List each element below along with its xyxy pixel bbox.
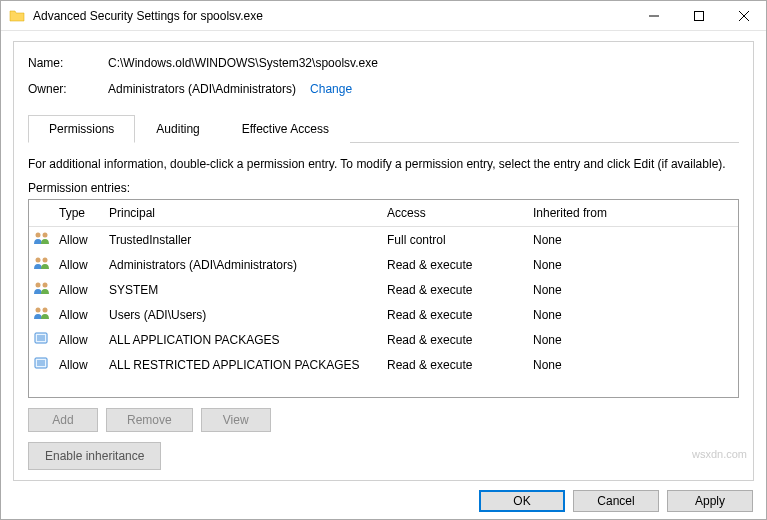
users-icon — [29, 303, 55, 326]
svg-point-9 — [43, 283, 48, 288]
users-icon — [29, 278, 55, 301]
cell-principal: ALL APPLICATION PACKAGES — [105, 331, 383, 349]
cell-type: Allow — [55, 356, 105, 374]
apply-button[interactable]: Apply — [667, 490, 753, 512]
svg-point-10 — [36, 308, 41, 313]
header-icon — [29, 204, 55, 222]
enable-inheritance-button[interactable]: Enable inheritance — [28, 442, 161, 470]
table-row[interactable]: AllowALL RESTRICTED APPLICATION PACKAGES… — [29, 352, 738, 377]
svg-point-11 — [43, 308, 48, 313]
entry-buttons: Add Remove View — [28, 408, 739, 432]
name-row: Name: C:\Windows.old\WINDOWS\System32\sp… — [28, 56, 739, 70]
watermark: wsxdn.com — [692, 448, 747, 460]
tab-permissions[interactable]: Permissions — [28, 115, 135, 143]
header-type[interactable]: Type — [55, 204, 105, 222]
header-access[interactable]: Access — [383, 204, 529, 222]
minimize-button[interactable] — [631, 1, 676, 30]
view-button[interactable]: View — [201, 408, 271, 432]
change-owner-link[interactable]: Change — [310, 82, 352, 96]
cell-access: Full control — [383, 231, 529, 249]
folder-icon — [9, 8, 25, 24]
users-icon — [29, 253, 55, 276]
svg-point-7 — [43, 258, 48, 263]
cell-inherited: None — [529, 356, 738, 374]
cell-access: Read & execute — [383, 306, 529, 324]
cell-inherited: None — [529, 281, 738, 299]
window-controls — [631, 1, 766, 30]
instruction-text: For additional information, double-click… — [28, 157, 739, 171]
name-label: Name: — [28, 56, 108, 70]
tabs: Permissions Auditing Effective Access — [28, 114, 739, 143]
close-button[interactable] — [721, 1, 766, 30]
cell-principal: Administrators (ADI\Administrators) — [105, 256, 383, 274]
tab-effective-access[interactable]: Effective Access — [221, 115, 350, 143]
entries-body: AllowTrustedInstallerFull controlNoneAll… — [29, 227, 738, 377]
table-row[interactable]: AllowUsers (ADI\Users)Read & executeNone — [29, 302, 738, 327]
cell-principal: Users (ADI\Users) — [105, 306, 383, 324]
table-row[interactable]: AllowAdministrators (ADI\Administrators)… — [29, 252, 738, 277]
cell-access: Read & execute — [383, 256, 529, 274]
package-icon — [29, 328, 55, 351]
svg-point-4 — [36, 233, 41, 238]
cell-principal: ALL RESTRICTED APPLICATION PACKAGES — [105, 356, 383, 374]
cell-access: Read & execute — [383, 356, 529, 374]
table-header: Type Principal Access Inherited from — [29, 200, 738, 227]
owner-row: Owner: Administrators (ADI\Administrator… — [28, 82, 739, 96]
svg-rect-1 — [694, 11, 703, 20]
remove-button[interactable]: Remove — [106, 408, 193, 432]
cell-principal: TrustedInstaller — [105, 231, 383, 249]
window-title: Advanced Security Settings for spoolsv.e… — [33, 9, 631, 23]
cell-inherited: None — [529, 231, 738, 249]
header-inherited[interactable]: Inherited from — [529, 204, 738, 222]
permission-entries-table: Type Principal Access Inherited from All… — [28, 199, 739, 398]
table-row[interactable]: AllowSYSTEMRead & executeNone — [29, 277, 738, 302]
svg-point-6 — [36, 258, 41, 263]
table-row[interactable]: AllowALL APPLICATION PACKAGESRead & exec… — [29, 327, 738, 352]
cell-access: Read & execute — [383, 281, 529, 299]
cancel-button[interactable]: Cancel — [573, 490, 659, 512]
tab-auditing[interactable]: Auditing — [135, 115, 220, 143]
users-icon — [29, 228, 55, 251]
cell-type: Allow — [55, 331, 105, 349]
dialog-footer: OK Cancel Apply — [479, 490, 753, 512]
header-principal[interactable]: Principal — [105, 204, 383, 222]
owner-label: Owner: — [28, 82, 108, 96]
svg-point-8 — [36, 283, 41, 288]
cell-principal: SYSTEM — [105, 281, 383, 299]
entries-label: Permission entries: — [28, 181, 739, 195]
owner-value: Administrators (ADI\Administrators) — [108, 82, 296, 96]
ok-button[interactable]: OK — [479, 490, 565, 512]
table-row[interactable]: AllowTrustedInstallerFull controlNone — [29, 227, 738, 252]
cell-type: Allow — [55, 256, 105, 274]
cell-type: Allow — [55, 281, 105, 299]
content-area: Name: C:\Windows.old\WINDOWS\System32\sp… — [1, 31, 766, 491]
titlebar: Advanced Security Settings for spoolsv.e… — [1, 1, 766, 31]
cell-inherited: None — [529, 256, 738, 274]
svg-point-5 — [43, 233, 48, 238]
cell-inherited: None — [529, 306, 738, 324]
main-panel: Name: C:\Windows.old\WINDOWS\System32\sp… — [13, 41, 754, 481]
package-icon — [29, 353, 55, 376]
cell-type: Allow — [55, 306, 105, 324]
name-value: C:\Windows.old\WINDOWS\System32\spoolsv.… — [108, 56, 378, 70]
cell-type: Allow — [55, 231, 105, 249]
add-button[interactable]: Add — [28, 408, 98, 432]
maximize-button[interactable] — [676, 1, 721, 30]
cell-inherited: None — [529, 331, 738, 349]
cell-access: Read & execute — [383, 331, 529, 349]
